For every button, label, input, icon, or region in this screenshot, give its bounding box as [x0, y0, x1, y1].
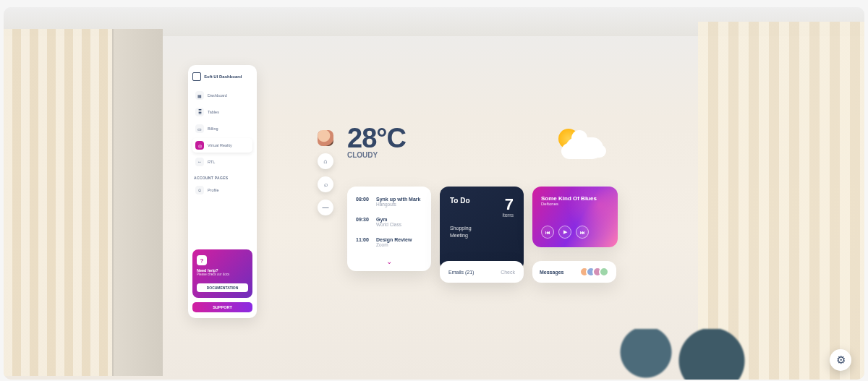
music-next-button[interactable]: ⏭	[576, 226, 589, 239]
schedule-subtitle: Hangouts	[376, 202, 420, 207]
temperature-value: 28°C	[347, 123, 406, 154]
room-pillows	[590, 329, 778, 380]
music-controls: ⏮ ▶ ⏭	[541, 226, 589, 239]
schedule-subtitle: World Class	[376, 222, 401, 227]
music-prev-button[interactable]: ⏮	[541, 226, 554, 239]
grid-icon: ▦	[195, 91, 204, 100]
scene-background: Soft UI Dashboard ▦ Dashboard ≣ Tables ▭…	[4, 7, 864, 380]
todo-count-number: 7	[502, 197, 514, 213]
avatar	[599, 267, 609, 277]
todo-count: 7 items	[502, 197, 514, 218]
schedule-title: Synk up with Mark	[376, 197, 420, 202]
home-icon: ⌂	[323, 158, 327, 165]
schedule-row[interactable]: 08:00 Synk up with Mark Hangouts	[356, 197, 422, 207]
card-row: 08:00 Synk up with Mark Hangouts 09:30 G…	[347, 187, 618, 271]
minimize-button[interactable]: —	[318, 200, 333, 215]
todo-count-label: items	[502, 213, 514, 218]
sidebar-item-label: Dashboard	[208, 93, 227, 98]
sun-cloud-icon	[550, 127, 608, 163]
music-title: Some Kind Of Blues	[541, 195, 609, 202]
messages-avatars	[583, 267, 609, 277]
weather-widget: 28°C CLOUDY	[347, 123, 406, 159]
schedule-row[interactable]: 09:30 Gym World Class	[356, 217, 422, 227]
sidebar-item-profile[interactable]: ☺ Profile	[192, 183, 252, 197]
todo-card[interactable]: To Do 7 items Shopping Meeting ⌄	[440, 187, 524, 271]
documentation-button[interactable]: DOCUMENTATION	[197, 283, 248, 292]
user-avatar[interactable]	[318, 130, 333, 146]
action-column: ⌂ ⌕ —	[318, 130, 333, 215]
search-icon: ⌕	[324, 181, 328, 188]
card-icon: ▭	[195, 124, 204, 133]
schedule-expand-button[interactable]: ⌄	[356, 257, 422, 265]
help-subtitle: Please check our docs	[197, 273, 248, 276]
sidebar-item-label: Billing	[208, 127, 218, 131]
next-icon: ⏭	[580, 230, 585, 235]
music-play-button[interactable]: ▶	[558, 226, 571, 239]
vr-icon: ◎	[195, 141, 204, 150]
support-button[interactable]: SUPPORT	[192, 302, 252, 312]
todo-preview-list: Shopping Meeting	[450, 225, 514, 239]
todo-item: Meeting	[450, 232, 514, 239]
user-icon: ☺	[195, 186, 204, 194]
schedule-time: 08:00	[356, 197, 370, 207]
search-button[interactable]: ⌕	[318, 176, 333, 192]
help-card: ? Need help? Please check our docs DOCUM…	[192, 249, 252, 298]
schedule-row[interactable]: 11:00 Design Review Zoom	[356, 237, 422, 247]
music-card: Some Kind Of Blues Deftones ⏮ ▶ ⏭	[532, 187, 618, 247]
schedule-title: Gym	[376, 217, 401, 222]
play-icon: ▶	[563, 229, 567, 235]
sidebar-item-rtl[interactable]: ↔ RTL	[192, 155, 252, 169]
settings-button[interactable]: ⚙	[830, 349, 851, 371]
brand-title: Soft UI Dashboard	[204, 74, 242, 79]
sidebar-section-label: ACCOUNT PAGES	[194, 176, 251, 180]
prev-icon: ⏮	[545, 230, 550, 235]
sidebar-item-label: RTL	[208, 160, 215, 164]
todo-item: Shopping	[450, 225, 514, 232]
room-curtain-right	[698, 22, 864, 380]
room-door	[112, 29, 163, 376]
emails-label: Emails (21)	[448, 270, 474, 275]
sidebar-item-virtual-reality[interactable]: ◎ Virtual Reality	[192, 138, 252, 153]
messages-label: Messages	[540, 270, 563, 275]
music-artist: Deftones	[541, 202, 609, 206]
brand: Soft UI Dashboard	[192, 72, 252, 81]
chevron-down-icon: ⌄	[386, 257, 392, 265]
sidebar-item-dashboard[interactable]: ▦ Dashboard	[192, 88, 252, 103]
messages-card[interactable]: Messages	[532, 261, 616, 283]
sidebar-item-billing[interactable]: ▭ Billing	[192, 121, 252, 136]
sidebar-item-label: Profile	[208, 188, 219, 192]
sidebar: Soft UI Dashboard ▦ Dashboard ≣ Tables ▭…	[188, 65, 257, 318]
schedule-time: 09:30	[356, 217, 370, 227]
sidebar-item-label: Tables	[208, 110, 219, 114]
home-button[interactable]: ⌂	[318, 153, 333, 169]
schedule-card: 08:00 Synk up with Mark Hangouts 09:30 G…	[347, 187, 431, 271]
minimize-icon: —	[323, 204, 329, 211]
rtl-icon: ↔	[195, 158, 204, 166]
emails-check-link[interactable]: Check	[501, 270, 515, 275]
gear-icon: ⚙	[836, 354, 846, 367]
schedule-subtitle: Zoom	[376, 242, 412, 247]
table-icon: ≣	[195, 108, 204, 116]
help-icon: ?	[197, 255, 207, 265]
schedule-time: 11:00	[356, 237, 370, 247]
sidebar-item-label: Virtual Reality	[208, 143, 232, 147]
sidebar-item-tables[interactable]: ≣ Tables	[192, 105, 252, 119]
emails-card[interactable]: Emails (21) Check	[440, 261, 524, 283]
brand-logo-icon	[192, 72, 201, 81]
schedule-title: Design Review	[376, 237, 412, 242]
